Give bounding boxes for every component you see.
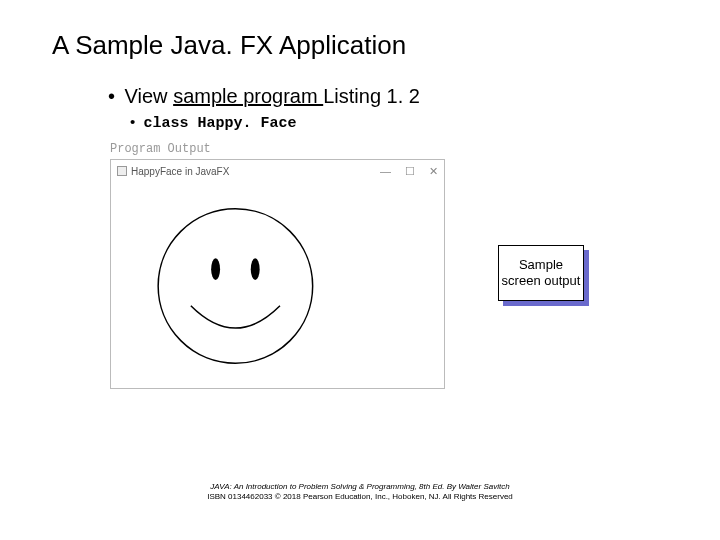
- callout-box: Sample screen output: [498, 245, 584, 301]
- svg-point-1: [211, 258, 220, 280]
- sample-program-link[interactable]: sample program: [173, 85, 323, 107]
- window-controls: ― ☐ ✕: [380, 165, 438, 178]
- app-icon: [117, 166, 127, 176]
- minimize-icon[interactable]: ―: [380, 165, 391, 177]
- close-icon[interactable]: ✕: [429, 165, 438, 178]
- titlebar: HappyFace in JavaFX ― ☐ ✕: [111, 160, 444, 182]
- happy-face-svg: [111, 182, 444, 388]
- callout: Sample screen output: [498, 245, 588, 305]
- bullet2-code: Happy. Face: [197, 115, 296, 132]
- footer-book-title: JAVA: An Introduction to Problem Solving…: [210, 482, 414, 491]
- footer-line2: ISBN 0134462033 © 2018 Pearson Education…: [0, 492, 720, 502]
- program-output-label: Program Output: [110, 142, 445, 156]
- footer-line1-rest: , 8th Ed. By Walter Savitch: [415, 482, 510, 491]
- slide-title: A Sample Java. FX Application: [52, 30, 406, 61]
- maximize-icon[interactable]: ☐: [405, 165, 415, 178]
- bullet-view-sample: • View sample program Listing 1. 2: [108, 85, 420, 108]
- bullet-dot: •: [108, 85, 115, 107]
- bullet1-suffix: Listing 1. 2: [323, 85, 420, 107]
- callout-text: Sample screen output: [501, 257, 581, 288]
- bullet2-prefix: class: [143, 115, 197, 132]
- app-window: HappyFace in JavaFX ― ☐ ✕: [110, 159, 445, 389]
- window-title: HappyFace in JavaFX: [131, 166, 229, 177]
- footer-line1: JAVA: An Introduction to Problem Solving…: [0, 482, 720, 492]
- bullet-class-happyface: • class Happy. Face: [130, 113, 296, 132]
- bullet1-prefix: View: [125, 85, 174, 107]
- program-output-block: Program Output HappyFace in JavaFX ― ☐ ✕: [110, 142, 445, 389]
- svg-point-0: [158, 209, 313, 364]
- bullet-dot: •: [130, 113, 135, 130]
- svg-point-2: [251, 258, 260, 280]
- happy-face-canvas: [111, 182, 444, 388]
- titlebar-left: HappyFace in JavaFX: [117, 166, 229, 177]
- footer: JAVA: An Introduction to Problem Solving…: [0, 482, 720, 502]
